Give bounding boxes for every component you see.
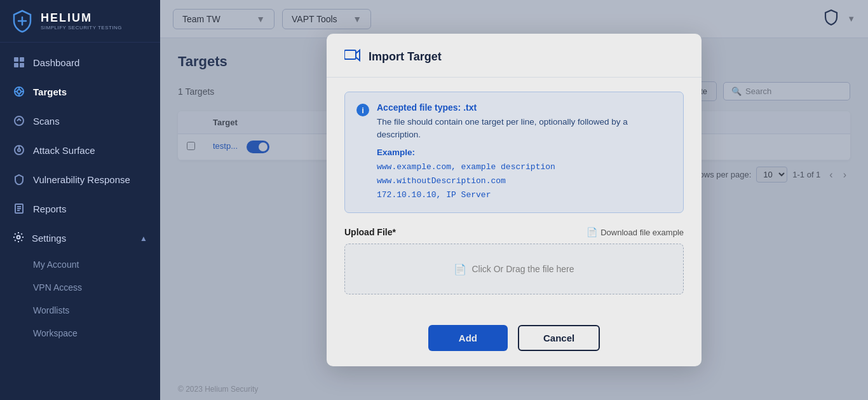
reports-label: Reports bbox=[33, 203, 67, 214]
sidebar-item-my-account[interactable]: My Account bbox=[33, 253, 160, 276]
modal-header: Import Target bbox=[327, 34, 702, 78]
sidebar-item-wordlists[interactable]: Wordlists bbox=[33, 299, 160, 322]
sidebar: HELIUM SIMPLIFY SECURITY TESTING Dashboa… bbox=[0, 0, 160, 400]
attack-surface-label: Attack Surface bbox=[33, 145, 95, 156]
sidebar-item-workspace[interactable]: Workspace bbox=[33, 322, 160, 345]
upload-dropzone[interactable]: 📄 Click Or Drag the file here bbox=[344, 244, 684, 294]
svg-rect-1 bbox=[20, 57, 24, 62]
vuln-response-icon bbox=[13, 173, 25, 186]
sidebar-settings-group: Settings ▲ My Account VPN Access Wordlis… bbox=[0, 223, 160, 345]
info-box: i Accepted file types: .txt The file sho… bbox=[344, 92, 684, 214]
upload-label: Upload File* bbox=[344, 227, 396, 237]
svg-rect-19 bbox=[344, 50, 356, 59]
vuln-response-label: Vulnerability Response bbox=[33, 174, 130, 185]
settings-submenu: My Account VPN Access Wordlists Workspac… bbox=[0, 253, 160, 345]
svg-text:i: i bbox=[362, 106, 364, 115]
info-example-code: www.example.com, example description www… bbox=[377, 160, 672, 202]
logo-text: HELIUM SIMPLIFY SECURITY TESTING bbox=[41, 11, 122, 31]
sidebar-item-vpn-access[interactable]: VPN Access bbox=[33, 276, 160, 299]
sidebar-item-reports[interactable]: Reports bbox=[0, 194, 160, 223]
example-line-2: www.withoutDescription.com bbox=[377, 174, 672, 188]
info-content: Accepted file types: .txt The file shoul… bbox=[377, 102, 672, 203]
targets-icon bbox=[13, 85, 25, 98]
sidebar-nav: Dashboard Targets Scans Attack Surface V… bbox=[0, 43, 160, 400]
sidebar-item-vulnerability-response[interactable]: Vulnerability Response bbox=[0, 165, 160, 194]
app-name: HELIUM bbox=[41, 11, 122, 25]
sidebar-item-scans[interactable]: Scans bbox=[0, 106, 160, 135]
import-target-modal: Import Target i Accepted file types: .tx… bbox=[327, 34, 702, 367]
info-description: The file should contain one target per l… bbox=[377, 116, 672, 142]
dashboard-icon bbox=[13, 56, 25, 69]
info-file-types: Accepted file types: .txt bbox=[377, 102, 672, 113]
targets-label: Targets bbox=[33, 86, 67, 97]
upload-label-row: Upload File* 📄 Download file example bbox=[344, 227, 684, 237]
main-content: Team TW ▼ VAPT Tools ▼ ▼ Targets 1 Targe… bbox=[160, 0, 868, 400]
svg-point-12 bbox=[18, 149, 20, 151]
cancel-button[interactable]: Cancel bbox=[518, 325, 600, 351]
helium-logo-icon bbox=[10, 9, 34, 33]
svg-point-10 bbox=[15, 116, 24, 125]
dropzone-text: Click Or Drag the file here bbox=[471, 264, 574, 274]
modal-import-icon bbox=[344, 48, 361, 67]
reports-icon bbox=[13, 202, 25, 215]
download-icon: 📄 bbox=[587, 227, 597, 237]
svg-rect-3 bbox=[20, 63, 24, 67]
svg-rect-2 bbox=[14, 63, 18, 67]
scans-label: Scans bbox=[33, 116, 60, 127]
add-button[interactable]: Add bbox=[428, 325, 508, 351]
attack-surface-icon bbox=[13, 144, 25, 156]
modal-body: i Accepted file types: .txt The file sho… bbox=[327, 78, 702, 314]
sidebar-item-dashboard[interactable]: Dashboard bbox=[0, 48, 160, 77]
download-file-link[interactable]: 📄 Download file example bbox=[587, 227, 684, 237]
modal-footer: Add Cancel bbox=[327, 314, 702, 366]
example-line-1: www.example.com, example description bbox=[377, 160, 672, 174]
settings-icon bbox=[13, 231, 24, 245]
settings-chevron-icon: ▲ bbox=[140, 234, 147, 243]
info-example-label: Example: bbox=[377, 148, 672, 157]
scans-icon bbox=[13, 114, 25, 127]
svg-point-5 bbox=[17, 90, 21, 93]
sidebar-logo: HELIUM SIMPLIFY SECURITY TESTING bbox=[0, 0, 160, 43]
dashboard-label: Dashboard bbox=[33, 57, 79, 68]
sidebar-item-attack-surface[interactable]: Attack Surface bbox=[0, 135, 160, 165]
svg-point-18 bbox=[17, 236, 20, 239]
svg-rect-0 bbox=[14, 57, 18, 62]
sidebar-item-targets[interactable]: Targets bbox=[0, 77, 160, 106]
info-icon: i bbox=[356, 104, 369, 120]
modal-title: Import Target bbox=[369, 50, 442, 64]
example-line-3: 172.10.10.10, IP Server bbox=[377, 188, 672, 202]
sidebar-settings-toggle[interactable]: Settings ▲ bbox=[0, 223, 160, 253]
app-tagline: SIMPLIFY SECURITY TESTING bbox=[41, 25, 122, 31]
dropzone-upload-icon: 📄 bbox=[454, 263, 466, 275]
settings-label: Settings bbox=[32, 233, 66, 244]
modal-overlay: Import Target i Accepted file types: .tx… bbox=[160, 0, 868, 400]
